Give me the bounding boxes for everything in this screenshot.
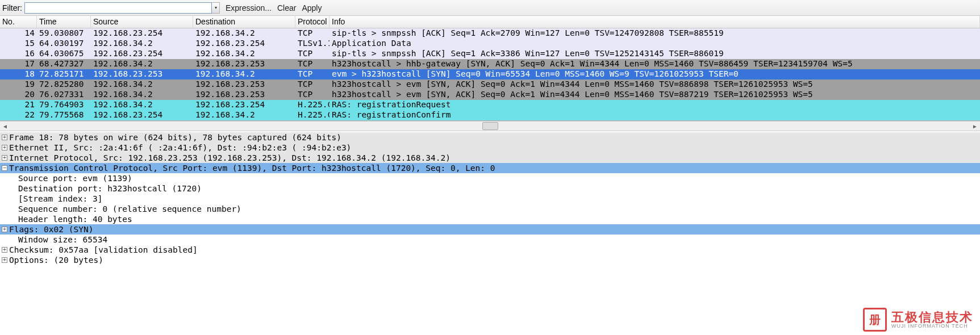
detail-tcp-checksum[interactable]: + Checksum: 0x57aa [validation disabled] (0, 245, 980, 255)
detail-tcp-win[interactable]: Window size: 65534 (0, 235, 980, 245)
packet-row[interactable]: 1972.825280192.168.34.2192.168.23.253TCP… (0, 79, 980, 90)
detail-frame[interactable]: + Frame 18: 78 bytes on wire (624 bits),… (0, 132, 980, 143)
packet-list-header[interactable]: No. Time Source Destination Protocol Inf… (0, 16, 980, 28)
filter-input[interactable] (24, 2, 212, 14)
detail-tcp-options[interactable]: + Options: (20 bytes) (0, 255, 980, 265)
detail-ethernet[interactable]: + Ethernet II, Src: :2a:41:6f ( :2a:41:6… (0, 143, 980, 153)
expand-icon[interactable]: + (2, 135, 7, 140)
packet-row[interactable]: 1872.825171192.168.23.253192.168.34.2TCP… (0, 69, 980, 79)
col-header-info[interactable]: Info (330, 16, 980, 28)
collapse-icon[interactable]: − (2, 165, 7, 171)
expand-icon[interactable]: + (2, 247, 7, 253)
packet-details-pane: + Frame 18: 78 bytes on wire (624 bits),… (0, 131, 980, 317)
detail-tcp-seq[interactable]: Sequence number: 0 (relative sequence nu… (0, 204, 980, 214)
detail-tcp-stream[interactable]: [Stream index: 3] (0, 194, 980, 204)
watermark-en: WUJI INFORMATION TECH (891, 324, 973, 329)
packet-row[interactable]: 1664.030675192.168.23.254192.168.34.2TCP… (0, 49, 980, 59)
packet-list-pane: No. Time Source Destination Protocol Inf… (0, 16, 980, 121)
filter-dropdown-icon[interactable]: ▾ (212, 2, 220, 14)
col-header-src[interactable]: Source (91, 16, 193, 28)
detail-eth-text: Ethernet II, Src: :2a:41:6f ( :2a:41:6f)… (9, 143, 351, 152)
packet-list-hscroll[interactable]: ◄ ► (0, 121, 980, 131)
packet-row[interactable]: 1459.030807192.168.23.254192.168.34.2TCP… (0, 28, 980, 39)
detail-tcp-srcport[interactable]: Source port: evm (1139) (0, 173, 980, 183)
packet-row[interactable]: 1564.030197192.168.34.2192.168.23.254TLS… (0, 39, 980, 49)
packet-row[interactable]: 1768.427327192.168.34.2192.168.23.253TCP… (0, 59, 980, 69)
expand-icon[interactable]: + (2, 145, 7, 150)
filter-label: Filter: (2, 3, 22, 12)
detail-tcp[interactable]: − Transmission Control Protocol, Src Por… (0, 163, 980, 173)
clear-button[interactable]: Clear (277, 3, 296, 12)
col-header-time[interactable]: Time (37, 16, 91, 28)
filter-toolbar: Filter: ▾ Expression... Clear Apply (0, 0, 980, 16)
packet-row[interactable]: 2279.775568192.168.23.254192.168.34.2H.2… (0, 110, 980, 120)
packet-row[interactable]: 2179.764903192.168.34.2192.168.23.254H.2… (0, 100, 980, 110)
expression-button[interactable]: Expression... (226, 3, 272, 12)
watermark-icon: 册 (863, 308, 887, 332)
detail-tcp-dstport[interactable]: Destination port: h323hostcall (1720) (0, 183, 980, 194)
col-header-proto[interactable]: Protocol (295, 16, 330, 28)
scroll-left-icon[interactable]: ◄ (0, 123, 10, 129)
scroll-thumb[interactable] (482, 122, 498, 130)
scroll-right-icon[interactable]: ► (970, 123, 980, 129)
expand-icon[interactable]: + (2, 257, 7, 263)
detail-tcp-flags[interactable]: + Flags: 0x02 (SYN) (0, 224, 980, 235)
col-header-dst[interactable]: Destination (193, 16, 295, 28)
detail-tcp-checksum-text: Checksum: 0x57aa [validation disabled] (9, 245, 198, 254)
detail-tcp-hlen[interactable]: Header length: 40 bytes (0, 214, 980, 224)
detail-tcp-options-text: Options: (20 bytes) (9, 256, 103, 265)
detail-tcp-flags-text: Flags: 0x02 (SYN) (9, 225, 93, 234)
expand-icon[interactable]: + (2, 227, 7, 232)
apply-button[interactable]: Apply (302, 3, 322, 12)
col-header-no[interactable]: No. (0, 16, 37, 28)
watermark: 册 五极信息技术 WUJI INFORMATION TECH (863, 308, 973, 332)
watermark-cn: 五极信息技术 (891, 311, 973, 324)
detail-ip-text: Internet Protocol, Src: 192.168.23.253 (… (9, 153, 451, 162)
detail-tcp-text: Transmission Control Protocol, Src Port:… (9, 164, 495, 173)
detail-ip[interactable]: + Internet Protocol, Src: 192.168.23.253… (0, 153, 980, 163)
packet-row[interactable]: 2076.027331192.168.34.2192.168.23.253TCP… (0, 90, 980, 100)
expand-icon[interactable]: + (2, 155, 7, 161)
detail-frame-text: Frame 18: 78 bytes on wire (624 bits), 7… (9, 133, 341, 142)
